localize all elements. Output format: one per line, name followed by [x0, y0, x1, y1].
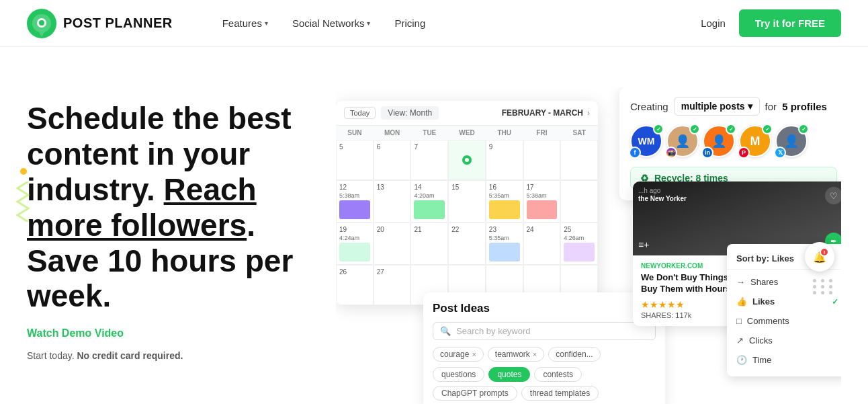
cal-cell-16[interactable]: 16 5:35am — [486, 180, 523, 223]
cal-cell-8[interactable] — [448, 140, 486, 180]
logo[interactable]: POST PLANNER — [27, 9, 173, 38]
day-thu: THU — [486, 126, 523, 140]
hero-text: Schedule the best content in your indust… — [27, 87, 309, 361]
cat-contests[interactable]: contests — [534, 367, 582, 382]
nav-links: Features ▾ Social Networks ▾ Pricing — [213, 12, 450, 34]
post-ideas-title: Post Ideas — [433, 302, 656, 315]
pinterest-badge-4: P — [738, 147, 750, 159]
calendar-days-header: SUN MON TUE WED THU FRI SAT — [336, 126, 598, 140]
calendar-nav: FEBRUARY - MARCH › — [502, 108, 590, 118]
cal-cell-11[interactable] — [560, 140, 598, 180]
cat-chapgpt[interactable]: ChapGPT prompts — [433, 386, 517, 401]
cal-cell-7[interactable]: 7 — [410, 140, 448, 180]
nav-pricing[interactable]: Pricing — [385, 12, 435, 34]
linkedin-badge-3: in — [701, 147, 713, 159]
likes-check-icon: ✓ — [832, 297, 838, 307]
tag-courage-remove[interactable]: × — [472, 350, 476, 358]
calendar-next-icon[interactable]: › — [587, 108, 590, 118]
hero-heading: Schedule the best content in your indust… — [27, 101, 309, 314]
ny-timestamp: ...h ago — [638, 187, 660, 194]
profile-icon-5[interactable]: 👤 ✓ 𝕏 — [775, 125, 808, 157]
check-badge-4: ✓ — [762, 124, 773, 134]
tag-teamwork[interactable]: teamwork × — [488, 347, 544, 362]
try-free-button[interactable]: Try it for FREE — [739, 9, 841, 37]
notification-badge: ! — [820, 247, 829, 257]
hero-heading-reach: Reach more followers — [27, 172, 257, 243]
day-sat: SAT — [560, 126, 598, 140]
profiles-count: 5 profiles — [782, 101, 827, 112]
clicks-cursor-icon: ↗ — [736, 335, 744, 346]
logo-text: POST PLANNER — [63, 15, 173, 31]
cal-cell-20[interactable]: 20 — [374, 223, 411, 265]
ny-heart-icon[interactable]: ♡ — [825, 187, 841, 204]
social-networks-chevron-icon: ▾ — [367, 19, 370, 27]
profile-icon-1[interactable]: WM ✓ f — [630, 125, 662, 157]
tag-courage[interactable]: courage × — [433, 347, 484, 362]
cal-cell-27[interactable]: 27 — [374, 265, 411, 305]
for-label: for — [765, 101, 777, 112]
check-badge-3: ✓ — [726, 124, 736, 134]
tag-confiden[interactable]: confiden... — [548, 347, 600, 362]
cal-cell-19[interactable]: 19 4:24am — [336, 223, 374, 265]
cal-cell-5[interactable]: 5 — [336, 140, 374, 180]
search-icon: 🔍 — [440, 326, 451, 336]
cal-cell-17[interactable]: 17 5:38am — [523, 180, 561, 223]
ny-menu-icon[interactable]: ≡+ — [638, 239, 649, 250]
nav-social-networks[interactable]: Social Networks ▾ — [283, 12, 380, 34]
day-sun: SUN — [336, 126, 374, 140]
cal-cell-6[interactable]: 6 — [374, 140, 411, 180]
profile-icon-4[interactable]: M ✓ P — [739, 125, 771, 157]
sort-item-likes[interactable]: 👍 Likes ✓ — [727, 292, 841, 311]
sort-item-clicks[interactable]: ↗ Clicks — [727, 331, 841, 350]
cat-questions[interactable]: questions — [433, 367, 484, 382]
tags-row: courage × teamwork × confiden... — [433, 347, 656, 362]
calendar-card: Today View: Month FEBRUARY - MARCH › SUN… — [336, 101, 598, 305]
mockup-area: Today View: Month FEBRUARY - MARCH › SUN… — [336, 87, 841, 404]
creating-label: Creating — [630, 101, 668, 112]
cal-cell-26[interactable]: 26 — [336, 265, 374, 305]
features-chevron-icon: ▾ — [265, 19, 268, 27]
time-clock-icon: 🕐 — [736, 355, 747, 365]
instagram-badge-2: 📸 — [665, 147, 677, 159]
demo-video-link[interactable]: Watch Demo Video — [27, 327, 309, 339]
post-ideas-panel: Post Ideas 🔍 Search by keyword courage ×… — [423, 292, 665, 404]
cal-cell-25[interactable]: 25 4:26am — [560, 223, 598, 265]
cal-cell-14[interactable]: 14 4:20am — [410, 180, 448, 223]
cal-cell-21[interactable]: 21 — [410, 223, 448, 265]
main-content: Schedule the best content in your indust… — [0, 47, 868, 404]
tag-teamwork-remove[interactable]: × — [533, 350, 537, 358]
sort-item-time[interactable]: 🕐 Time — [727, 350, 841, 370]
hero-note: Start today. No credit card required. — [27, 350, 309, 361]
profile-icon-3[interactable]: 👤 ✓ in — [703, 125, 735, 157]
nav-features[interactable]: Features ▾ — [213, 12, 277, 34]
cat-quotes[interactable]: quotes — [488, 367, 530, 382]
cal-cell-12[interactable]: 12 5:38am — [336, 180, 374, 223]
cal-cell-23[interactable]: 23 5:35am — [486, 223, 523, 265]
nav-login[interactable]: Login — [687, 12, 739, 34]
cal-cell-13[interactable]: 13 — [374, 180, 411, 223]
check-badge-2: ✓ — [689, 124, 700, 134]
cal-cell-9[interactable]: 9 — [486, 140, 523, 180]
cal-cell-10[interactable] — [523, 140, 561, 180]
multiple-posts-select[interactable]: multiple posts ▾ — [674, 97, 760, 116]
profile-icon-2[interactable]: 👤 ✓ 📸 — [666, 125, 699, 157]
twitter-badge-5: 𝕏 — [774, 147, 786, 159]
logo-icon — [27, 9, 56, 38]
shares-arrow-icon: → — [736, 277, 745, 287]
search-input[interactable]: Search by keyword — [456, 326, 648, 336]
navbar: POST PLANNER Features ▾ Social Networks … — [0, 0, 868, 47]
calendar-grid: 5 6 7 9 12 5:38am 13 14 4:20am — [336, 140, 598, 305]
category-tags-row: questions quotes contests ChapGPT prompt… — [433, 367, 656, 401]
notification-bubble[interactable]: 🔔 ! — [805, 242, 834, 272]
cal-cell-18[interactable] — [560, 180, 598, 223]
calendar-view-button[interactable]: View: Month — [381, 106, 439, 120]
day-mon: MON — [374, 126, 411, 140]
creating-row: Creating multiple posts ▾ for 5 profiles — [630, 97, 837, 116]
cal-cell-24[interactable]: 24 — [523, 223, 561, 265]
sort-item-comments[interactable]: □ Comments — [727, 311, 841, 331]
post-ideas-search-row[interactable]: 🔍 Search by keyword — [433, 322, 656, 340]
calendar-today-button[interactable]: Today — [344, 107, 376, 119]
cat-thread[interactable]: thread templates — [521, 386, 599, 401]
cal-cell-22[interactable]: 22 — [448, 223, 486, 265]
cal-cell-15[interactable]: 15 — [448, 180, 486, 223]
